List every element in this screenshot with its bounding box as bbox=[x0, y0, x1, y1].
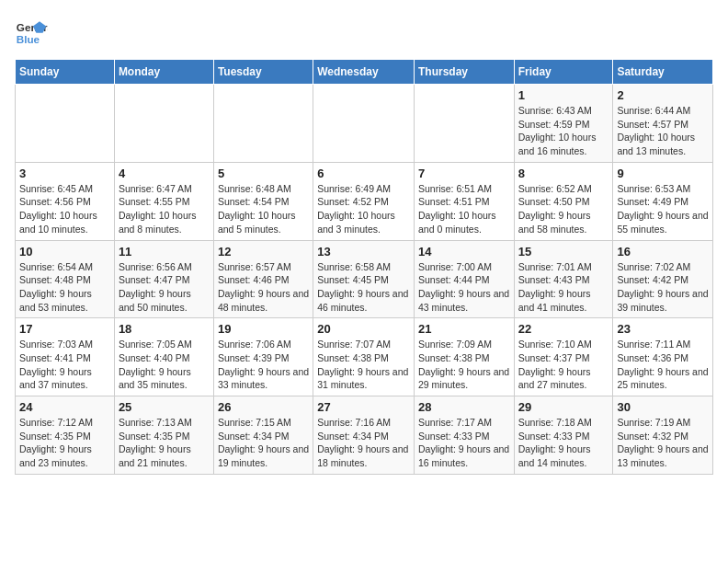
calendar-week-row: 10Sunrise: 6:54 AM Sunset: 4:48 PM Dayli… bbox=[16, 240, 713, 318]
day-info: Sunrise: 7:02 AM Sunset: 4:42 PM Dayligh… bbox=[617, 260, 709, 315]
day-info: Sunrise: 7:09 AM Sunset: 4:38 PM Dayligh… bbox=[418, 338, 510, 392]
calendar-cell: 3Sunrise: 6:45 AM Sunset: 4:56 PM Daylig… bbox=[16, 162, 115, 240]
day-number: 7 bbox=[418, 167, 510, 180]
calendar-cell: 18Sunrise: 7:05 AM Sunset: 4:40 PM Dayli… bbox=[114, 318, 213, 396]
weekday-header: Monday bbox=[114, 60, 213, 85]
day-number: 18 bbox=[119, 322, 210, 336]
weekday-header: Friday bbox=[514, 60, 613, 85]
calendar-cell: 17Sunrise: 7:03 AM Sunset: 4:41 PM Dayli… bbox=[16, 318, 115, 396]
day-number: 2 bbox=[617, 88, 709, 102]
calendar-week-row: 3Sunrise: 6:45 AM Sunset: 4:56 PM Daylig… bbox=[16, 162, 713, 240]
day-number: 24 bbox=[19, 400, 110, 414]
day-info: Sunrise: 7:19 AM Sunset: 4:32 PM Dayligh… bbox=[617, 416, 709, 470]
weekday-header: Thursday bbox=[414, 60, 514, 85]
day-number: 27 bbox=[317, 400, 410, 414]
day-info: Sunrise: 6:48 AM Sunset: 4:54 PM Dayligh… bbox=[218, 182, 309, 236]
day-info: Sunrise: 7:15 AM Sunset: 4:34 PM Dayligh… bbox=[218, 416, 309, 470]
logo-icon: General Blue bbox=[15, 15, 48, 48]
day-number: 4 bbox=[119, 167, 210, 180]
day-number: 5 bbox=[218, 167, 309, 180]
calendar-cell: 9Sunrise: 6:53 AM Sunset: 4:49 PM Daylig… bbox=[613, 162, 713, 240]
day-info: Sunrise: 6:53 AM Sunset: 4:49 PM Dayligh… bbox=[617, 182, 709, 236]
page-header: General Blue bbox=[15, 15, 713, 48]
day-info: Sunrise: 7:03 AM Sunset: 4:41 PM Dayligh… bbox=[19, 338, 110, 392]
calendar-cell: 25Sunrise: 7:13 AM Sunset: 4:35 PM Dayli… bbox=[114, 396, 213, 475]
calendar-cell: 20Sunrise: 7:07 AM Sunset: 4:38 PM Dayli… bbox=[313, 318, 415, 396]
calendar-cell: 6Sunrise: 6:49 AM Sunset: 4:52 PM Daylig… bbox=[313, 162, 415, 240]
calendar-cell: 8Sunrise: 6:52 AM Sunset: 4:50 PM Daylig… bbox=[514, 162, 613, 240]
calendar-cell: 27Sunrise: 7:16 AM Sunset: 4:34 PM Dayli… bbox=[313, 396, 415, 475]
weekday-header-row: SundayMondayTuesdayWednesdayThursdayFrid… bbox=[16, 60, 713, 85]
calendar-cell: 23Sunrise: 7:11 AM Sunset: 4:36 PM Dayli… bbox=[613, 318, 713, 396]
day-info: Sunrise: 6:57 AM Sunset: 4:46 PM Dayligh… bbox=[218, 260, 309, 315]
calendar-cell: 19Sunrise: 7:06 AM Sunset: 4:39 PM Dayli… bbox=[213, 318, 313, 396]
day-number: 25 bbox=[119, 400, 210, 414]
calendar-cell: 2Sunrise: 6:44 AM Sunset: 4:57 PM Daylig… bbox=[613, 85, 713, 163]
day-info: Sunrise: 6:44 AM Sunset: 4:57 PM Dayligh… bbox=[617, 104, 709, 158]
day-info: Sunrise: 7:13 AM Sunset: 4:35 PM Dayligh… bbox=[119, 416, 210, 470]
day-number: 15 bbox=[518, 245, 609, 259]
day-info: Sunrise: 6:51 AM Sunset: 4:51 PM Dayligh… bbox=[418, 182, 510, 236]
day-number: 12 bbox=[218, 245, 309, 259]
calendar-cell: 21Sunrise: 7:09 AM Sunset: 4:38 PM Dayli… bbox=[414, 318, 514, 396]
calendar-table: SundayMondayTuesdayWednesdayThursdayFrid… bbox=[15, 59, 713, 475]
calendar-cell: 12Sunrise: 6:57 AM Sunset: 4:46 PM Dayli… bbox=[213, 240, 313, 318]
calendar-cell bbox=[114, 85, 213, 163]
day-info: Sunrise: 6:49 AM Sunset: 4:52 PM Dayligh… bbox=[317, 182, 410, 236]
calendar-cell bbox=[414, 85, 514, 163]
day-number: 14 bbox=[418, 245, 510, 259]
day-number: 26 bbox=[218, 400, 309, 414]
day-number: 3 bbox=[19, 167, 110, 180]
day-info: Sunrise: 7:18 AM Sunset: 4:33 PM Dayligh… bbox=[518, 416, 609, 470]
day-info: Sunrise: 7:06 AM Sunset: 4:39 PM Dayligh… bbox=[218, 338, 309, 392]
calendar-cell: 24Sunrise: 7:12 AM Sunset: 4:35 PM Dayli… bbox=[16, 396, 115, 475]
day-number: 19 bbox=[218, 322, 309, 336]
calendar-cell: 15Sunrise: 7:01 AM Sunset: 4:43 PM Dayli… bbox=[514, 240, 613, 318]
day-info: Sunrise: 6:58 AM Sunset: 4:45 PM Dayligh… bbox=[317, 260, 410, 315]
day-number: 17 bbox=[19, 322, 110, 336]
calendar-cell bbox=[16, 85, 115, 163]
calendar-cell: 28Sunrise: 7:17 AM Sunset: 4:33 PM Dayli… bbox=[414, 396, 514, 475]
day-number: 30 bbox=[617, 400, 709, 414]
day-info: Sunrise: 7:01 AM Sunset: 4:43 PM Dayligh… bbox=[518, 260, 609, 315]
day-info: Sunrise: 7:12 AM Sunset: 4:35 PM Dayligh… bbox=[19, 416, 110, 470]
day-info: Sunrise: 7:11 AM Sunset: 4:36 PM Dayligh… bbox=[617, 338, 709, 392]
day-number: 20 bbox=[317, 322, 410, 336]
day-info: Sunrise: 6:56 AM Sunset: 4:47 PM Dayligh… bbox=[119, 260, 210, 315]
calendar-cell bbox=[213, 85, 313, 163]
calendar-cell: 1Sunrise: 6:43 AM Sunset: 4:59 PM Daylig… bbox=[514, 85, 613, 163]
day-number: 29 bbox=[518, 400, 609, 414]
day-number: 28 bbox=[418, 400, 510, 414]
day-info: Sunrise: 7:05 AM Sunset: 4:40 PM Dayligh… bbox=[119, 338, 210, 392]
calendar-cell: 22Sunrise: 7:10 AM Sunset: 4:37 PM Dayli… bbox=[514, 318, 613, 396]
calendar-cell: 16Sunrise: 7:02 AM Sunset: 4:42 PM Dayli… bbox=[613, 240, 713, 318]
weekday-header: Wednesday bbox=[313, 60, 415, 85]
day-info: Sunrise: 7:16 AM Sunset: 4:34 PM Dayligh… bbox=[317, 416, 410, 470]
calendar-cell: 26Sunrise: 7:15 AM Sunset: 4:34 PM Dayli… bbox=[213, 396, 313, 475]
svg-text:Blue: Blue bbox=[17, 33, 40, 45]
day-number: 6 bbox=[317, 167, 410, 180]
day-info: Sunrise: 6:52 AM Sunset: 4:50 PM Dayligh… bbox=[518, 182, 609, 236]
day-info: Sunrise: 6:45 AM Sunset: 4:56 PM Dayligh… bbox=[19, 182, 110, 236]
weekday-header: Tuesday bbox=[213, 60, 313, 85]
day-number: 10 bbox=[19, 245, 110, 259]
calendar-cell: 11Sunrise: 6:56 AM Sunset: 4:47 PM Dayli… bbox=[114, 240, 213, 318]
day-number: 13 bbox=[317, 245, 410, 259]
calendar-week-row: 24Sunrise: 7:12 AM Sunset: 4:35 PM Dayli… bbox=[16, 396, 713, 475]
day-number: 23 bbox=[617, 322, 709, 336]
day-number: 8 bbox=[518, 167, 609, 180]
calendar-week-row: 1Sunrise: 6:43 AM Sunset: 4:59 PM Daylig… bbox=[16, 85, 713, 163]
day-info: Sunrise: 7:07 AM Sunset: 4:38 PM Dayligh… bbox=[317, 338, 410, 392]
day-number: 1 bbox=[518, 88, 609, 102]
day-info: Sunrise: 6:47 AM Sunset: 4:55 PM Dayligh… bbox=[119, 182, 210, 236]
calendar-cell: 7Sunrise: 6:51 AM Sunset: 4:51 PM Daylig… bbox=[414, 162, 514, 240]
weekday-header: Sunday bbox=[16, 60, 115, 85]
calendar-cell: 10Sunrise: 6:54 AM Sunset: 4:48 PM Dayli… bbox=[16, 240, 115, 318]
day-info: Sunrise: 7:00 AM Sunset: 4:44 PM Dayligh… bbox=[418, 260, 510, 315]
day-number: 16 bbox=[617, 245, 709, 259]
calendar-week-row: 17Sunrise: 7:03 AM Sunset: 4:41 PM Dayli… bbox=[16, 318, 713, 396]
day-info: Sunrise: 6:43 AM Sunset: 4:59 PM Dayligh… bbox=[518, 104, 609, 158]
weekday-header: Saturday bbox=[613, 60, 713, 85]
day-number: 21 bbox=[418, 322, 510, 336]
day-info: Sunrise: 7:17 AM Sunset: 4:33 PM Dayligh… bbox=[418, 416, 510, 470]
